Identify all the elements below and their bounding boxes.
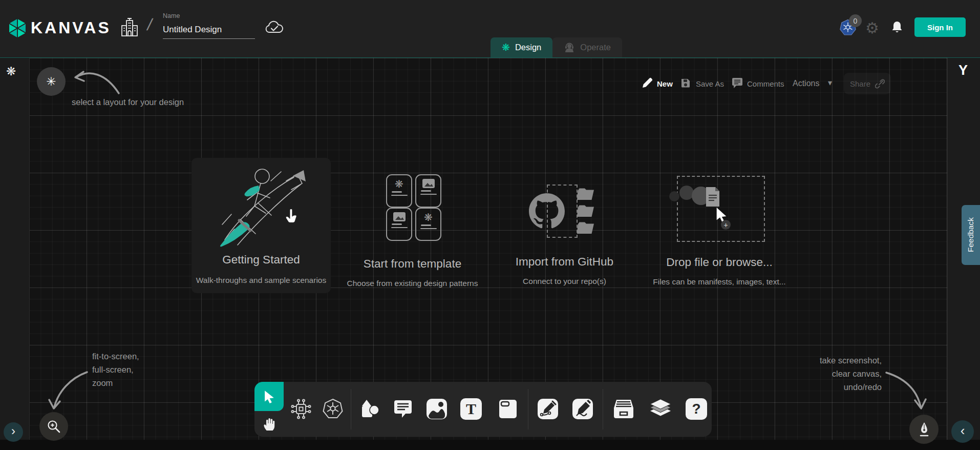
github-octocat-icon xyxy=(529,193,565,229)
tool-image[interactable] xyxy=(425,398,448,420)
spiral-icon: ❋ xyxy=(424,212,433,222)
collapse-right-dock-button[interactable]: ‹ xyxy=(951,420,974,443)
tool-pan-hand[interactable] xyxy=(254,411,284,437)
template-thumb: ❋ xyxy=(415,208,441,241)
new-button[interactable]: New xyxy=(657,79,673,88)
expand-left-dock-button[interactable]: › xyxy=(4,422,23,442)
notifications-bell-icon[interactable] xyxy=(891,21,903,34)
view-hint-arrow xyxy=(47,365,91,414)
card-start-from-template[interactable]: ❋ ❋ Start from template Choose xyxy=(342,169,483,292)
tool-component[interactable] xyxy=(290,398,312,420)
component-circuit-icon xyxy=(290,398,312,420)
kubernetes-wheel-icon xyxy=(322,397,344,421)
feedback-tab[interactable]: Feedback xyxy=(962,205,980,265)
drawer-icon xyxy=(612,399,635,419)
feedback-label: Feedback xyxy=(966,217,975,252)
share-label: Share xyxy=(850,79,870,88)
card-drop-file[interactable]: + Drop file or browse... Files can be ma… xyxy=(663,172,776,289)
spiral-icon: ❋ xyxy=(395,179,403,189)
kubernetes-context-count-badge: 0 xyxy=(849,14,862,27)
tab-operate-label: Operate xyxy=(580,43,611,52)
dock-divider xyxy=(351,389,351,429)
template-thumb: ❋ xyxy=(386,174,412,208)
pen-path-icon xyxy=(537,398,559,420)
card-drop-subtitle: Files can be manifests, images, text... xyxy=(641,277,798,287)
pen-nib-icon xyxy=(918,422,931,437)
zoom-in-magnifier-icon xyxy=(46,419,61,434)
chevron-right-icon: › xyxy=(11,424,15,438)
text-tool-icon: T xyxy=(460,398,482,420)
tool-pen[interactable] xyxy=(537,398,559,420)
rocket-rider-illustration xyxy=(209,163,314,253)
tool-comment[interactable] xyxy=(392,398,414,420)
actions-menu-button[interactable]: Actions xyxy=(793,79,819,88)
card-github-subtitle: Connect to your repo(s) xyxy=(495,277,634,286)
left-dock-rail xyxy=(0,58,30,440)
sticky-note-icon xyxy=(497,398,519,420)
hand-icon xyxy=(262,417,276,431)
tab-operate[interactable]: Operate xyxy=(552,37,622,57)
shapes-icon xyxy=(359,399,380,419)
design-spiral-icon: ❋ xyxy=(502,42,510,53)
actions-caret-icon[interactable]: ▾ xyxy=(828,78,832,88)
zoom-button[interactable] xyxy=(39,412,68,441)
tool-help[interactable]: ? xyxy=(685,398,708,420)
y-logo-icon[interactable]: Y xyxy=(958,63,968,78)
new-pencil-icon[interactable] xyxy=(641,77,653,89)
card-drop-title: Drop file or browse... xyxy=(663,256,776,269)
design-name-input[interactable] xyxy=(163,22,255,39)
tool-layers[interactable] xyxy=(649,398,672,420)
header-bar: KANVAS / Name ❋ Design xyxy=(0,0,980,57)
save-as-button[interactable]: Save As xyxy=(696,79,724,88)
mode-tabs: ❋ Design Operate xyxy=(491,37,622,57)
sign-in-button[interactable]: Sign In xyxy=(914,17,966,37)
card-getting-started[interactable]: Getting Started Walk-throughs and sample… xyxy=(191,158,331,293)
dot-small xyxy=(669,191,679,201)
card-import-from-github[interactable]: Import from GitHub Connect to your repo(… xyxy=(515,175,614,289)
actions-hint-arrow xyxy=(883,366,927,413)
view-controls-hint-text: fit-to-screen, full-screen, zoom xyxy=(92,350,139,390)
image-icon xyxy=(422,179,435,188)
breadcrumb-separator: / xyxy=(145,15,154,34)
kubernetes-context-button[interactable]: 0 xyxy=(839,18,867,39)
comments-bubble-icon[interactable] xyxy=(731,77,743,89)
organization-icon[interactable] xyxy=(120,16,139,39)
operate-headset-icon xyxy=(564,42,575,53)
kanvas-logo-icon[interactable] xyxy=(7,17,28,39)
design-name-label: Name xyxy=(163,12,180,19)
help-icon: ? xyxy=(686,398,707,420)
dock-divider xyxy=(528,389,528,429)
tool-text[interactable]: T xyxy=(460,398,482,420)
kanvas-app: KANVAS / Name ❋ Design xyxy=(0,0,980,450)
card-template-title: Start from template xyxy=(342,257,483,271)
repo-folders-icon xyxy=(577,188,595,237)
tool-sketch[interactable] xyxy=(571,398,594,420)
meshery-spiral-icon[interactable]: ❋ xyxy=(6,65,16,78)
card-github-title: Import from GitHub xyxy=(515,255,614,269)
share-link-icon xyxy=(875,79,885,89)
layout-asterisk-icon: ✳ xyxy=(46,75,56,89)
image-icon xyxy=(393,212,406,221)
comment-bubble-icon xyxy=(393,399,413,419)
pen-tools-button[interactable] xyxy=(909,415,939,444)
template-thumb xyxy=(386,208,412,241)
save-as-floppy-icon[interactable] xyxy=(680,77,691,89)
card-template-subtitle: Choose from existing design patterns xyxy=(314,279,511,288)
settings-gear-icon[interactable]: ⚙ xyxy=(865,21,879,36)
tool-drawer[interactable] xyxy=(612,398,635,420)
template-thumb xyxy=(415,174,441,208)
share-button[interactable]: Share xyxy=(844,73,891,94)
image-tool-icon xyxy=(426,398,448,420)
tool-shapes[interactable] xyxy=(358,398,381,420)
tool-kubernetes[interactable] xyxy=(322,398,344,420)
file-icon xyxy=(705,186,720,208)
tool-sticky-note[interactable] xyxy=(497,398,519,420)
bottom-edge xyxy=(0,440,980,450)
tool-select-cursor[interactable] xyxy=(254,382,284,411)
layout-selector-button[interactable]: ✳ xyxy=(37,67,66,96)
plus-badge-icon: + xyxy=(721,220,731,230)
kanvas-logo-text: KANVAS xyxy=(31,18,111,37)
comments-button[interactable]: Comments xyxy=(747,79,784,88)
tab-design[interactable]: ❋ Design xyxy=(491,37,552,57)
cloud-saved-icon xyxy=(265,21,284,35)
